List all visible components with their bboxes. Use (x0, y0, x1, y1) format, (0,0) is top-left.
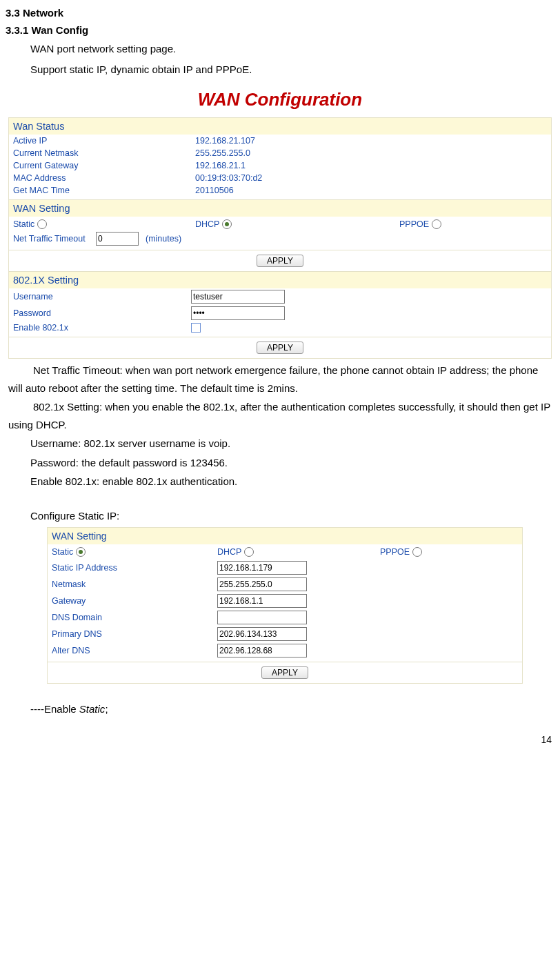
section-heading-network: 3.3 Network (6, 7, 554, 19)
mode-radio-row: Static DHCP PPPOE (13, 219, 547, 229)
gateway-label: Gateway (52, 596, 217, 606)
static-ip-input[interactable] (217, 561, 307, 575)
wan-setting-body: Static DHCP PPPOE Net Traffic Timeout (m… (9, 217, 551, 250)
status-label-mac-time: Get MAC Time (13, 186, 195, 195)
password-row: Password (9, 305, 551, 322)
enable-static-line: ----Enable Static; (30, 703, 554, 715)
enable-8021x-row: Enable 802.1x (9, 322, 551, 337)
status-label-gateway: Current Gateway (13, 161, 195, 170)
gateway-input[interactable] (217, 594, 307, 608)
enable-static-prefix: ----Enable (30, 703, 79, 715)
mode-radio-row-static: Static DHCP PPPOE (48, 544, 522, 560)
radio-icon (432, 219, 441, 229)
enable-static-italic: Static (79, 703, 106, 715)
explain-enable-8021x: Enable 802.1x: enable 802.1x authenticat… (30, 473, 552, 491)
netmask-label: Netmask (52, 580, 217, 589)
radio-pppoe-2[interactable]: PPPOE (380, 547, 518, 557)
radio-dhcp-label: DHCP (195, 219, 219, 229)
dns-domain-row: DNS Domain (48, 609, 522, 626)
radio-pppoe-label: PPPOE (399, 219, 429, 229)
username-label: Username (13, 292, 191, 301)
section-heading-wan-config: 3.3.1 Wan Config (6, 24, 554, 36)
apply-row-static: APPLY (48, 662, 522, 683)
static-ip-row: Static IP Address (48, 560, 522, 576)
wan-panel: Wan Status Active IP 192.168.21.107 Curr… (8, 117, 552, 359)
alter-dns-label: Alter DNS (52, 646, 217, 655)
status-label-netmask: Current Netmask (13, 148, 195, 158)
status-row: MAC Address 00:19:f3:03:70:d2 (9, 172, 551, 184)
wan-setting-static-panel: WAN Setting Static DHCP PPPOE Static IP … (47, 527, 523, 684)
apply-button-8021x[interactable]: APPLY (257, 342, 303, 354)
enable-8021x-checkbox[interactable] (191, 323, 201, 333)
primary-dns-label: Primary DNS (52, 629, 217, 639)
status-row: Active IP 192.168.21.107 (9, 135, 551, 147)
primary-dns-input[interactable] (217, 627, 307, 641)
status-value-mac-time: 20110506 (195, 186, 234, 195)
alter-dns-input[interactable] (217, 644, 307, 658)
netmask-input[interactable] (217, 577, 307, 591)
status-value-mac: 00:19:f3:03:70:d2 (195, 173, 262, 183)
timeout-row: Net Traffic Timeout (minutes) (13, 232, 547, 250)
radio-static-label-2: Static (52, 547, 73, 557)
wan-setting-header: WAN Setting (9, 199, 551, 217)
radio-pppoe-label-2: PPPOE (380, 547, 410, 557)
status-value-netmask: 255.255.255.0 (195, 148, 250, 158)
explain-8021x: 802.1x Setting: when you enable the 802.… (8, 398, 552, 433)
apply-button[interactable]: APPLY (257, 255, 303, 267)
gateway-row: Gateway (48, 593, 522, 609)
explain-net-traffic: Net Traffic Timeout: when wan port netwo… (8, 362, 552, 397)
radio-icon-checked (76, 547, 86, 557)
radio-dhcp[interactable]: DHCP (195, 219, 399, 229)
enable-8021x-label: Enable 802.1x (13, 323, 191, 333)
apply-button-static[interactable]: APPLY (261, 666, 308, 679)
password-input[interactable] (191, 306, 285, 320)
status-value-gateway: 192.168.21.1 (195, 161, 246, 170)
8021x-header: 802.1X Setting (9, 271, 551, 288)
radio-pppoe[interactable]: PPPOE (399, 219, 547, 229)
username-row: Username (9, 288, 551, 305)
wan-status-header: Wan Status (9, 118, 551, 135)
status-value-active-ip: 192.168.21.107 (195, 136, 255, 146)
radio-icon (412, 547, 422, 557)
status-row: Current Gateway 192.168.21.1 (9, 159, 551, 172)
netmask-row: Netmask (48, 576, 522, 593)
status-label-active-ip: Active IP (13, 136, 195, 146)
dns-domain-input[interactable] (217, 611, 307, 624)
username-input[interactable] (191, 290, 285, 304)
radio-icon-checked (222, 219, 232, 229)
explain-password: Password: the default password is 123456… (30, 454, 552, 472)
radio-icon (37, 219, 47, 229)
status-row: Get MAC Time 20110506 (9, 184, 551, 199)
radio-icon (244, 547, 254, 557)
radio-dhcp-2[interactable]: DHCP (217, 547, 380, 557)
intro-line-1: WAN port network setting page. (30, 40, 554, 58)
page-number: 14 (6, 734, 552, 745)
timeout-label: Net Traffic Timeout (13, 234, 96, 244)
intro-line-2: Support static IP, dynamic obtain IP and… (30, 61, 554, 79)
radio-static-2[interactable]: Static (52, 547, 217, 557)
apply-row: APPLY (9, 250, 551, 271)
configure-static-heading: Configure Static IP: (30, 510, 554, 522)
dns-domain-label: DNS Domain (52, 613, 217, 622)
radio-dhcp-label-2: DHCP (217, 547, 241, 557)
status-label-mac: MAC Address (13, 173, 195, 183)
password-label: Password (13, 308, 191, 318)
wan-setting-static-header: WAN Setting (48, 528, 522, 544)
timeout-input[interactable] (96, 232, 139, 246)
page-title: WAN Configuration (6, 89, 554, 110)
radio-static[interactable]: Static (13, 219, 195, 229)
explain-username: Username: 802.1x server username is voip… (30, 435, 552, 453)
radio-static-label: Static (13, 219, 34, 229)
enable-static-suffix: ; (105, 703, 108, 715)
status-row: Current Netmask 255.255.255.0 (9, 147, 551, 159)
alter-dns-row: Alter DNS (48, 642, 522, 662)
apply-row-8021x: APPLY (9, 337, 551, 358)
static-ip-label: Static IP Address (52, 563, 217, 573)
timeout-unit: (minutes) (146, 234, 181, 244)
primary-dns-row: Primary DNS (48, 626, 522, 642)
